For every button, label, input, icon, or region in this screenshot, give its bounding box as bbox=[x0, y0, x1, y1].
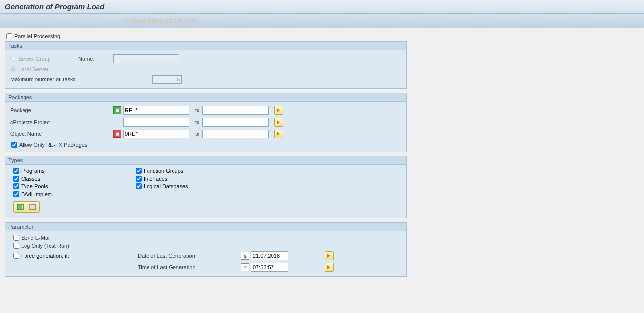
package-multi-select-button[interactable] bbox=[274, 106, 283, 115]
time-last-gen-label: Time of Last Generation bbox=[138, 264, 241, 270]
packages-group-title: Packages bbox=[5, 93, 406, 102]
arrow-right-icon bbox=[276, 108, 281, 113]
object-name-to-input[interactable] bbox=[202, 130, 269, 138]
parallel-processing-row: Parallel Processing bbox=[5, 32, 639, 40]
object-name-from-input[interactable] bbox=[123, 130, 189, 138]
cprojects-multi-select-button[interactable] bbox=[274, 118, 283, 127]
to-label-1: to bbox=[192, 107, 202, 113]
type-programs-label: Programs bbox=[21, 168, 45, 174]
object-name-label: Object Name bbox=[10, 131, 42, 137]
log-only-label: Log Only (Test Run) bbox=[21, 243, 69, 249]
type-programs-checkbox[interactable] bbox=[13, 168, 19, 174]
time-last-gen-input[interactable] bbox=[251, 263, 288, 272]
deselect-all-button[interactable] bbox=[26, 202, 39, 212]
types-group-title: Types bbox=[5, 156, 406, 165]
send-email-checkbox[interactable] bbox=[13, 235, 19, 241]
local-server-radio bbox=[10, 66, 16, 72]
type-type-pools-checkbox[interactable] bbox=[13, 183, 19, 189]
parallel-processing-checkbox[interactable] bbox=[6, 33, 12, 39]
send-email-label: Send E-Mail bbox=[21, 235, 50, 241]
date-multi-select-button[interactable] bbox=[325, 251, 334, 260]
type-classes-label: Classes bbox=[21, 176, 40, 182]
arrow-right-icon bbox=[276, 131, 281, 136]
page-header: Generation of Program Load bbox=[0, 0, 644, 14]
le-operator-icon[interactable]: ≤ bbox=[241, 252, 249, 260]
type-interfaces-label: Interfaces bbox=[144, 176, 167, 182]
select-all-icon bbox=[17, 204, 24, 210]
type-classes-checkbox[interactable] bbox=[13, 176, 19, 182]
allow-refx-checkbox[interactable] bbox=[11, 142, 17, 148]
allow-refx-label: Allow Only RE-FX Packages bbox=[19, 142, 87, 148]
le-operator-icon[interactable]: ≤ bbox=[241, 263, 249, 271]
server-group-label: Server Group: bbox=[18, 56, 52, 62]
to-label-2: to bbox=[192, 119, 202, 125]
parallel-processing-label: Parallel Processing bbox=[14, 33, 60, 39]
select-all-button[interactable] bbox=[14, 202, 26, 212]
selection-include-icon[interactable]: ◼ bbox=[113, 106, 121, 114]
svg-rect-3 bbox=[31, 205, 35, 209]
max-tasks-label: Maximum Number of Tasks bbox=[10, 77, 75, 82]
log-only-checkbox[interactable] bbox=[13, 243, 19, 249]
cprojects-from-input[interactable] bbox=[123, 118, 189, 127]
package-from-input[interactable] bbox=[123, 106, 189, 115]
time-multi-select-button[interactable] bbox=[325, 263, 334, 272]
type-badi-label: BAdI Implem. bbox=[21, 191, 53, 197]
cprojects-label: cProjects Project bbox=[10, 119, 51, 125]
local-server-label: Local Server bbox=[18, 66, 49, 72]
parameter-group: Parameter Send E-Mail Log Only (Test Run… bbox=[5, 222, 407, 277]
deselect-all-icon bbox=[29, 204, 36, 210]
select-buttons-group bbox=[13, 201, 40, 213]
name-label: Name: bbox=[78, 56, 94, 62]
watermark: © www.tutorialkart.com bbox=[123, 16, 198, 25]
selection-exclude-icon[interactable]: ◼ bbox=[113, 130, 121, 138]
type-type-pools-label: Type Pools bbox=[21, 183, 48, 189]
type-badi-checkbox[interactable] bbox=[13, 191, 19, 197]
arrow-right-icon bbox=[327, 253, 332, 258]
cprojects-to-input[interactable] bbox=[202, 118, 269, 127]
type-logical-db-checkbox[interactable] bbox=[136, 183, 142, 189]
content-area: Parallel Processing Tasks Server Group: … bbox=[0, 28, 644, 285]
max-tasks-input bbox=[152, 75, 182, 84]
parameter-group-title: Parameter bbox=[5, 223, 406, 231]
date-last-gen-label: Date of Last Generation bbox=[138, 253, 241, 259]
toolbar-strip: © www.tutorialkart.com bbox=[0, 14, 644, 28]
tasks-group-title: Tasks bbox=[5, 42, 406, 50]
force-gen-label: Force generation, if: bbox=[21, 253, 69, 259]
type-logical-db-label: Logical Databases bbox=[144, 183, 188, 189]
page-title: Generation of Program Load bbox=[5, 2, 639, 11]
arrow-right-icon bbox=[276, 120, 281, 125]
type-function-groups-label: Function Groups bbox=[144, 168, 183, 174]
type-function-groups-checkbox[interactable] bbox=[136, 168, 142, 174]
tasks-group: Tasks Server Group: Name: Local Server M… bbox=[5, 41, 407, 89]
force-gen-checkbox[interactable] bbox=[13, 253, 19, 259]
svg-rect-1 bbox=[18, 205, 22, 209]
object-multi-select-button[interactable] bbox=[274, 130, 283, 138]
server-group-radio bbox=[10, 56, 16, 62]
package-to-input[interactable] bbox=[202, 106, 269, 115]
arrow-right-icon bbox=[327, 265, 332, 270]
server-name-input bbox=[113, 54, 179, 63]
date-last-gen-input[interactable] bbox=[251, 251, 288, 260]
to-label-3: to bbox=[192, 131, 202, 137]
package-label: Package bbox=[10, 107, 31, 113]
packages-group: Packages Package ◼ to bbox=[5, 93, 407, 152]
type-interfaces-checkbox[interactable] bbox=[136, 176, 142, 182]
types-group: Types Programs Function Groups Classes I… bbox=[5, 156, 407, 218]
